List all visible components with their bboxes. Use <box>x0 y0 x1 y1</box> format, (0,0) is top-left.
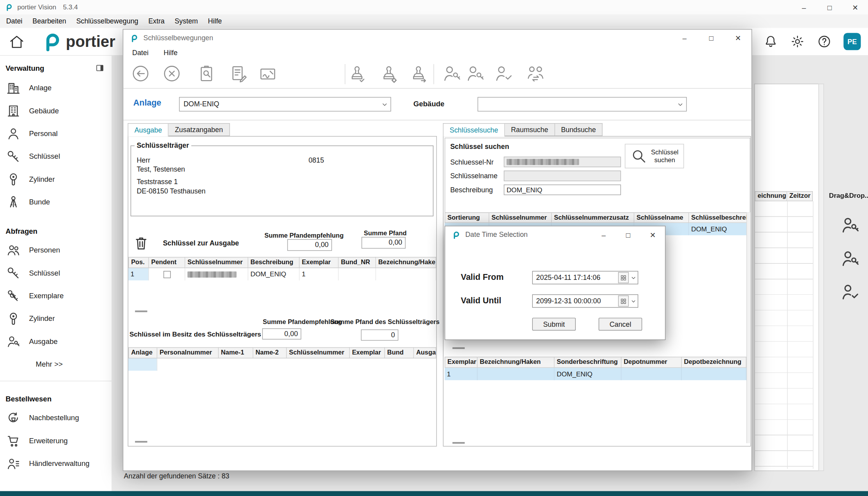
toolbar-assign-key-button[interactable] <box>442 64 463 85</box>
splitter-grip[interactable] <box>135 441 147 442</box>
tab-bundsuche[interactable]: Bundsuche <box>555 123 602 136</box>
menu-datei[interactable]: Datei <box>1 17 27 25</box>
gebaeude-label: Gebäude <box>413 100 444 108</box>
anlage-select[interactable]: DOM-ENIQ <box>179 97 391 111</box>
chevron-down-icon[interactable] <box>629 274 638 281</box>
help-icon[interactable] <box>817 34 832 49</box>
window-menu-datei[interactable]: Datei <box>132 49 149 57</box>
window-minimize-button[interactable]: – <box>671 30 698 47</box>
home-icon[interactable] <box>8 33 25 50</box>
sidebar-item-zylinder[interactable]: Zylinder <box>0 168 111 190</box>
menu-extra[interactable]: Extra <box>143 17 169 25</box>
dialog-maximize-button[interactable]: □ <box>616 226 641 243</box>
bg-return-key-icon[interactable] <box>840 249 860 269</box>
toolbar-signature-button[interactable] <box>258 64 279 85</box>
pfand-input[interactable]: 0,00 <box>361 237 406 249</box>
beschreibung-input[interactable]: DOM_ENIQ <box>504 184 621 195</box>
key-icon <box>6 149 21 164</box>
schluesselname-label: Schlüsselname <box>450 172 498 180</box>
toolbar-stamp-transfer-button[interactable] <box>408 64 430 85</box>
close-button[interactable]: ✕ <box>843 0 868 14</box>
result-scrollbar[interactable] <box>746 212 750 443</box>
sidebar-item-schluessel-abfrage[interactable]: Schlüssel <box>0 261 111 284</box>
gebaeude-select[interactable] <box>478 97 687 111</box>
sidebar-item-personal[interactable]: Personal <box>0 122 111 145</box>
tab-zusatzangaben[interactable]: Zusatzangaben <box>169 123 230 136</box>
schluesselname-input[interactable] <box>504 170 621 181</box>
toolbar-edit-document-button[interactable] <box>229 64 250 85</box>
cancel-button[interactable]: Cancel <box>598 318 642 331</box>
valid-until-field[interactable]: 2099-12-31 00:00:00 <box>532 294 638 308</box>
sidebar-item-zylinder-abfrage[interactable]: Zylinder <box>0 307 111 330</box>
toolbar-cancel-button[interactable] <box>162 64 183 85</box>
sidebar-item-gebaeude[interactable]: Gebäude <box>0 99 111 122</box>
exemplar-table-row[interactable]: 1 DOM_ENIQ <box>445 368 747 380</box>
sidebar-item-nachbestellung[interactable]: Nachbestellung <box>0 406 111 429</box>
splitter-grip[interactable] <box>453 347 465 349</box>
toolbar-stamp-check-button[interactable] <box>347 64 368 85</box>
window-maximize-button[interactable]: □ <box>698 30 724 47</box>
besitz-pfand-label: Summe Pfand des Schlüsselträgers <box>329 318 440 325</box>
ausgabe-panel: Schlüsselträger Herr 0815 Test, Testense… <box>128 136 437 446</box>
sidebar-item-personen[interactable]: Personen <box>0 238 111 261</box>
tab-schluesselsuche[interactable]: Schlüsselsuche <box>443 123 505 136</box>
sidebar-item-ausgabe[interactable]: Ausgabe <box>0 330 111 353</box>
bg-vertical-scrollbar[interactable] <box>818 84 824 471</box>
bg-assign-key-icon[interactable] <box>840 215 860 235</box>
trash-icon[interactable] <box>133 235 149 251</box>
schluessel-nr-input[interactable] <box>504 157 621 167</box>
calendar-grid-icon[interactable] <box>618 295 629 307</box>
toolbar-back-button[interactable] <box>131 64 152 85</box>
maximize-button[interactable]: □ <box>817 0 843 14</box>
pfandempfehlung-input[interactable]: 0,00 <box>287 239 332 251</box>
menu-bearbeiten[interactable]: Bearbeiten <box>27 17 71 25</box>
pendent-checkbox[interactable] <box>163 270 171 278</box>
traeger-number: 0815 <box>309 157 324 165</box>
dialog-close-button[interactable]: ✕ <box>640 226 665 243</box>
chevron-down-icon[interactable] <box>629 297 638 305</box>
toolbar-person-confirm-button[interactable] <box>494 64 515 85</box>
toolbar-return-key-button[interactable] <box>465 64 486 85</box>
calendar-grid-icon[interactable] <box>618 272 629 283</box>
schluessel-suchen-button[interactable]: Schlüsselsuchen <box>625 144 684 168</box>
ausgabe-table-row[interactable]: 1 DOM_ENIQ 1 <box>128 268 436 280</box>
dialog-minimize-button[interactable]: – <box>591 226 616 243</box>
sidebar-item-bunde[interactable]: Bunde <box>0 191 111 213</box>
bg-confirm-icon[interactable] <box>840 282 860 302</box>
sidebar-item-haendlerverwaltung[interactable]: Händlerverwaltung <box>0 452 111 475</box>
toolbar-stamp-settings-button[interactable] <box>379 64 400 85</box>
window-close-button[interactable]: ✕ <box>725 30 751 47</box>
key-icon <box>6 266 21 280</box>
date-time-selection-dialog: Date Time Selection – □ ✕ Valid From 202… <box>445 226 666 340</box>
avatar[interactable]: PE <box>843 33 861 50</box>
tab-ausgabe[interactable]: Ausgabe <box>128 123 169 136</box>
panel-toggle-icon[interactable] <box>95 63 105 73</box>
sidebar-item-erweiterung[interactable]: Erweiterung <box>0 429 111 452</box>
valid-from-field[interactable]: 2025-04-11 17:14:06 <box>532 271 638 284</box>
sidebar-item-anlage[interactable]: Anlage <box>0 76 111 99</box>
screen: portier Vision 5.3.4 – □ ✕ Datei Bearbei… <box>0 0 868 496</box>
portier-logo-icon <box>5 4 13 11</box>
depotnummer-cell <box>622 368 682 380</box>
window-menu-hilfe[interactable]: Hilfe <box>164 49 178 57</box>
splitter-grip[interactable] <box>135 310 147 312</box>
splitter-grip[interactable] <box>453 442 465 444</box>
submit-button[interactable]: Submit <box>532 318 576 331</box>
toolbar-protocol-search-button[interactable] <box>196 64 217 85</box>
minimize-button[interactable]: – <box>791 0 817 14</box>
gear-icon[interactable] <box>790 34 805 49</box>
tab-raumsuche[interactable]: Raumsuche <box>505 123 555 136</box>
pfand-label: Summe Pfand <box>361 230 409 236</box>
key-ring-icon <box>6 195 21 209</box>
menu-schluesselbewegung[interactable]: Schlüsselbewegung <box>71 17 143 25</box>
bell-icon[interactable] <box>763 34 778 49</box>
sidebar-item-exemplare[interactable]: Exemplare <box>0 284 111 307</box>
sidebar-item-schluessel[interactable]: Schlüssel <box>0 145 111 168</box>
sidebar-item-mehr[interactable]: Mehr >> <box>0 353 111 376</box>
besitz-pfand-input[interactable]: 0 <box>361 329 399 341</box>
menu-hilfe[interactable]: Hilfe <box>203 17 227 25</box>
besitz-pfandempfehlung-input[interactable]: 0,00 <box>262 328 301 340</box>
besitz-table-row[interactable] <box>128 358 157 371</box>
menu-system[interactable]: System <box>170 17 203 25</box>
toolbar-person-exchange-button[interactable] <box>525 64 546 85</box>
